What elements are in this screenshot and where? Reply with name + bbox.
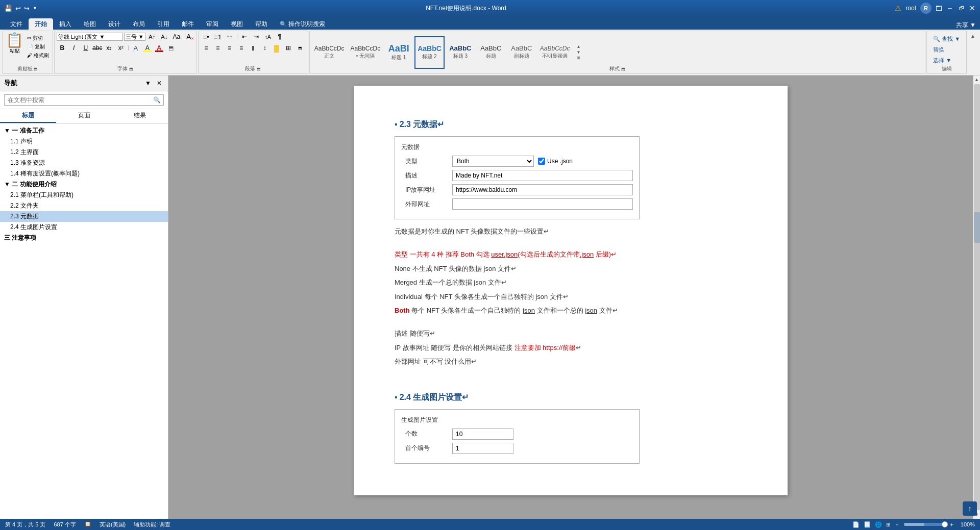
nav-item-1-2[interactable]: 1.2 主界面 xyxy=(0,147,168,158)
highlight-button[interactable]: A xyxy=(142,43,153,53)
style-normal[interactable]: AaBbCcDc 正文 xyxy=(312,36,347,69)
zoom-slider[interactable] xyxy=(904,523,945,526)
nav-item-1-4[interactable]: 1.4 稀有度设置(概率问题) xyxy=(0,168,168,179)
ip-input[interactable] xyxy=(452,184,633,195)
font-name-input[interactable] xyxy=(57,33,123,41)
nav-item-section3[interactable]: 三 注意事项 xyxy=(0,233,168,243)
nav-item-1-3[interactable]: 1.3 准备资源 xyxy=(0,158,168,168)
tab-design[interactable]: 设计 xyxy=(102,18,127,30)
show-marks-button[interactable]: ¶ xyxy=(274,32,285,41)
layout-icon[interactable]: 🗔 xyxy=(936,5,942,12)
collapse-ribbon-button[interactable]: ▲ xyxy=(968,31,978,74)
focus-mode-icon[interactable]: ⊞ xyxy=(886,522,890,527)
close-button[interactable]: ✕ xyxy=(969,5,976,12)
style-heading2[interactable]: AaBbC 标题 2 xyxy=(414,36,445,69)
change-case-button[interactable]: Aа xyxy=(171,32,182,41)
type-select[interactable]: None Merged Individual Both xyxy=(452,156,534,167)
columns-button[interactable]: ⫿ xyxy=(248,43,259,53)
bold-button[interactable]: B xyxy=(57,43,68,53)
tab-help[interactable]: 帮助 xyxy=(249,18,274,30)
undo-icon[interactable]: ↩ xyxy=(15,5,21,12)
desc-input[interactable] xyxy=(452,170,633,181)
text-effects-button[interactable]: A xyxy=(130,43,141,53)
tab-references[interactable]: 引用 xyxy=(151,18,176,30)
save-icon[interactable]: 💾 xyxy=(4,5,12,12)
web-layout-icon[interactable]: 🌐 xyxy=(875,521,882,528)
sort-button[interactable]: ↕A xyxy=(262,32,274,41)
right-scrollbar[interactable]: ▲ ▼ xyxy=(973,75,980,519)
tab-headings[interactable]: 标题 xyxy=(0,109,56,123)
styles-expand[interactable]: ⊞ xyxy=(577,56,581,60)
find-button[interactable]: 🔍 查找 ▼ xyxy=(931,34,962,44)
styles-scroll-down[interactable]: ▼ xyxy=(577,50,581,55)
more-para-button[interactable]: ⬒ xyxy=(295,43,306,53)
justify-button[interactable]: ≡ xyxy=(236,43,247,53)
numbering-button[interactable]: ≡1 xyxy=(212,32,224,41)
decrease-indent-button[interactable]: ⇤ xyxy=(239,32,250,41)
tab-mailings[interactable]: 邮件 xyxy=(176,18,200,30)
zoom-out-icon[interactable]: － xyxy=(894,521,900,528)
accessibility-info[interactable]: 辅助功能: 调查 xyxy=(134,521,170,528)
font-shrink-button[interactable]: A↓ xyxy=(159,32,170,41)
line-spacing-button[interactable]: ↕ xyxy=(259,43,271,53)
select-button[interactable]: 选择 ▼ xyxy=(931,56,962,65)
print-layout-icon[interactable]: 📃 xyxy=(864,521,871,528)
align-left-button[interactable]: ≡ xyxy=(201,43,212,53)
style-heading1[interactable]: AaBl 标题 1 xyxy=(384,36,413,69)
nav-close-button[interactable]: ✕ xyxy=(155,79,164,88)
redo-icon[interactable]: ↪ xyxy=(24,5,30,12)
nav-item-2-2[interactable]: 2.2 文件夹 xyxy=(0,200,168,211)
more-font-button[interactable]: ⬒ xyxy=(165,43,177,53)
nav-item-section1[interactable]: ▼ 一 准备工作 xyxy=(0,125,168,136)
customize-qat-icon[interactable]: ▼ xyxy=(33,6,37,11)
font-grow-button[interactable]: A↑ xyxy=(146,32,158,41)
tab-file[interactable]: 文件 xyxy=(4,18,29,30)
multilevel-button[interactable]: ≡≡ xyxy=(224,32,235,41)
style-title[interactable]: AaBbC 标题 xyxy=(476,36,506,69)
font-color-button[interactable]: A xyxy=(154,43,165,53)
style-no-spacing[interactable]: AaBbCcDc • 无间隔 xyxy=(348,36,383,69)
use-json-checkbox[interactable] xyxy=(538,158,545,165)
copy-button[interactable]: 📄 复制 xyxy=(26,43,51,51)
underline-button[interactable]: U xyxy=(80,43,91,53)
zoom-level[interactable]: 100% xyxy=(959,521,975,527)
search-input[interactable] xyxy=(4,94,164,106)
superscript-button[interactable]: x² xyxy=(115,43,127,53)
tab-results[interactable]: 结果 xyxy=(112,109,168,123)
tab-view[interactable]: 视图 xyxy=(225,18,249,30)
tab-layout[interactable]: 布局 xyxy=(127,18,151,30)
shading-button[interactable]: ▓ xyxy=(271,43,282,53)
tab-home[interactable]: 开始 xyxy=(29,18,53,30)
align-right-button[interactable]: ≡ xyxy=(224,43,235,53)
style-subtle-emphasis[interactable]: AaBbCcDc 不明显强调 xyxy=(537,36,573,69)
paste-button[interactable]: 📋 粘贴 xyxy=(5,32,24,56)
floating-action-button[interactable]: ↑ xyxy=(963,501,977,516)
replace-button[interactable]: 替换 xyxy=(931,45,962,55)
read-mode-icon[interactable]: 📄 xyxy=(852,521,860,528)
external-input[interactable] xyxy=(452,198,633,210)
cut-button[interactable]: ✂ 剪切 xyxy=(26,34,51,42)
search-icon[interactable]: 🔍 xyxy=(153,96,161,104)
tab-draw[interactable]: 绘图 xyxy=(78,18,102,30)
bullets-button[interactable]: ≡• xyxy=(201,32,212,41)
nav-item-2-3[interactable]: 2.3 元数据 xyxy=(0,211,168,222)
minimize-button[interactable]: ─ xyxy=(946,5,953,12)
scroll-track[interactable] xyxy=(974,84,980,510)
nav-item-2-4[interactable]: 2.4 生成图片设置 xyxy=(0,222,168,233)
tab-search[interactable]: 🔍操作说明搜索 xyxy=(274,18,331,30)
format-painter-button[interactable]: 🖌 格式刷 xyxy=(26,52,51,60)
borders-button[interactable]: ⊞ xyxy=(283,43,294,53)
tab-insert[interactable]: 插入 xyxy=(53,18,78,30)
nav-menu-button[interactable]: ▼ xyxy=(143,79,153,88)
styles-scroll-up[interactable]: ▲ xyxy=(577,44,581,49)
align-center-button[interactable]: ≡ xyxy=(212,43,224,53)
style-subtitle[interactable]: AaBbC 副标题 xyxy=(507,36,536,69)
italic-button[interactable]: I xyxy=(68,43,80,53)
strikethrough-button[interactable]: abc xyxy=(92,43,103,53)
tab-review[interactable]: 审阅 xyxy=(200,18,225,30)
clear-format-button[interactable]: A✕ xyxy=(183,32,194,41)
zoom-handle[interactable] xyxy=(942,521,948,527)
zoom-in-icon[interactable]: ＋ xyxy=(949,521,954,528)
font-size-input[interactable] xyxy=(124,33,145,41)
increase-indent-button[interactable]: ⇥ xyxy=(251,32,262,41)
